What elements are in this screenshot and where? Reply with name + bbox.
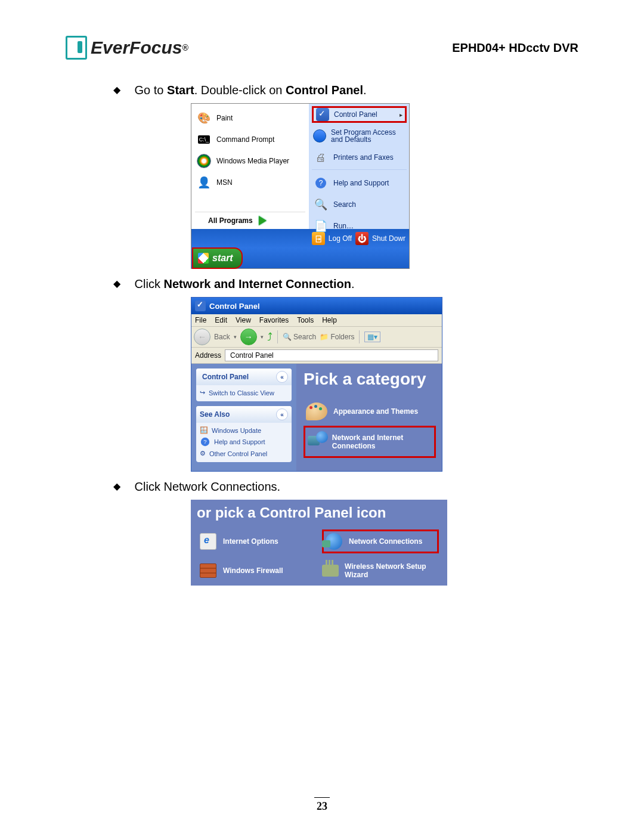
page-number: 23: [314, 797, 330, 813]
pick-category-title: Pick a category: [304, 370, 436, 389]
arrow-right-icon: [259, 216, 267, 225]
screenshot-pick-icon: or pick a Control Panel icon Internet Op…: [191, 500, 447, 586]
search-button[interactable]: 🔍 Search: [283, 333, 316, 341]
start-item-control-panel[interactable]: Control Panel: [312, 106, 407, 123]
step3-text: ◆ Click Network Connections.: [113, 480, 578, 494]
document-title: EPHD04+ HDcctv DVR: [452, 41, 578, 55]
switch-classic-view[interactable]: ↪Switch to Classic View: [200, 388, 288, 398]
control-panel-icon: [195, 301, 206, 311]
screenshot-control-panel-window: Control Panel File Edit View Favorites T…: [191, 297, 442, 472]
window-menubar: File Edit View Favorites Tools Help: [191, 314, 442, 327]
other-icon: ⚙: [200, 450, 206, 457]
taskbox-see-also: See Also « 🪟Windows Update ?Help and Sup…: [196, 406, 292, 462]
brand-name: EverFocus: [91, 38, 182, 58]
forward-button[interactable]: →: [240, 329, 257, 345]
menu-edit[interactable]: Edit: [215, 316, 227, 324]
bullet-icon: ◆: [113, 84, 120, 95]
address-label: Address: [195, 351, 221, 360]
paint-icon: 🎨: [196, 110, 212, 126]
folders-button[interactable]: 📁 Folders: [320, 333, 354, 341]
category-network-internet[interactable]: Network and Internet Connections: [304, 426, 436, 458]
menu-favorites[interactable]: Favorites: [259, 316, 289, 324]
internet-options-icon: [199, 532, 217, 550]
start-item-paint[interactable]: 🎨 Paint: [195, 107, 305, 129]
category-appearance[interactable]: Appearance and Themes: [304, 397, 436, 426]
taskbox-control-panel: Control Panel « ↪Switch to Classic View: [196, 368, 292, 401]
option-wireless-wizard[interactable]: Wireless Network Setup Wizard: [322, 562, 439, 580]
step2-text: ◆ Click Network and Internet Connection.: [113, 277, 578, 291]
shutdown-icon[interactable]: ⏻: [355, 232, 369, 245]
logoff-icon[interactable]: ⍈: [312, 232, 325, 245]
start-item-spad[interactable]: Set Program Access and Defaults: [312, 125, 407, 147]
screenshot-start-menu: 🎨 Paint C:\_ Command Prompt Windows Medi…: [191, 103, 410, 269]
option-internet-options[interactable]: Internet Options: [199, 529, 316, 553]
link-windows-update[interactable]: 🪟Windows Update: [200, 425, 288, 435]
up-button[interactable]: ⤴: [267, 331, 273, 343]
start-button[interactable]: start: [192, 247, 243, 269]
shutdown-button[interactable]: Shut Dowr: [372, 234, 405, 243]
link-help-support[interactable]: ?Help and Support: [200, 435, 288, 448]
collapse-icon[interactable]: «: [276, 371, 288, 383]
start-item-search[interactable]: 🔍 Search: [312, 194, 407, 215]
link-other-cp[interactable]: ⚙Other Control Panel: [200, 448, 288, 459]
wireless-wizard-icon: [322, 562, 339, 580]
cmd-icon: C:\_: [196, 132, 212, 147]
firewall-icon: [199, 562, 217, 580]
bullet-icon: ◆: [113, 278, 120, 289]
logoff-button[interactable]: Log Off: [329, 234, 352, 243]
option-windows-firewall[interactable]: Windows Firewall: [199, 562, 316, 580]
start-item-printers[interactable]: 🖨 Printers and Faxes: [312, 147, 407, 168]
search-icon: 🔍: [313, 197, 329, 212]
menu-view[interactable]: View: [236, 316, 251, 324]
help-icon: ?: [201, 438, 209, 446]
taskbar: start: [191, 248, 409, 268]
arrow-icon: ↪: [200, 389, 205, 397]
back-button[interactable]: ←: [194, 329, 210, 345]
palette-icon: [306, 401, 327, 422]
brand-logo: EverFocus®: [66, 36, 188, 60]
wmp-icon: [196, 153, 212, 169]
collapse-icon[interactable]: «: [276, 408, 288, 420]
network-icon: [308, 431, 326, 453]
step1-text: ◆ Go to Start. Double-click on Control P…: [113, 83, 578, 97]
back-label: Back: [214, 333, 230, 341]
menu-file[interactable]: File: [195, 316, 206, 324]
menu-help[interactable]: Help: [322, 316, 337, 324]
window-toolbar: ← Back▾ →▾ ⤴ 🔍 Search 📁 Folders ▦▾: [191, 327, 442, 348]
start-item-help[interactable]: ? Help and Support: [312, 172, 407, 194]
msn-icon: 👤: [196, 175, 212, 190]
update-icon: 🪟: [200, 426, 208, 434]
pick-icon-title: or pick a Control Panel icon: [191, 500, 447, 524]
printer-icon: 🖨: [313, 150, 329, 165]
menu-tools[interactable]: Tools: [297, 316, 314, 324]
start-item-wmp[interactable]: Windows Media Player: [195, 150, 305, 172]
bullet-icon: ◆: [113, 481, 120, 492]
help-icon: ?: [313, 175, 329, 191]
window-titlebar: Control Panel: [191, 298, 442, 314]
windows-flag-icon: [198, 253, 209, 264]
network-connections-icon: [325, 532, 343, 550]
globe-icon: [313, 128, 326, 144]
start-item-cmd[interactable]: C:\_ Command Prompt: [195, 129, 305, 150]
views-button[interactable]: ▦▾: [364, 332, 380, 342]
option-network-connections[interactable]: Network Connections: [322, 529, 439, 553]
start-item-msn[interactable]: 👤 MSN: [195, 172, 305, 193]
brand-logo-mark: [66, 36, 87, 60]
all-programs[interactable]: All Programs: [195, 212, 305, 229]
address-field[interactable]: Control Panel: [225, 349, 438, 361]
control-panel-icon: [316, 108, 329, 121]
